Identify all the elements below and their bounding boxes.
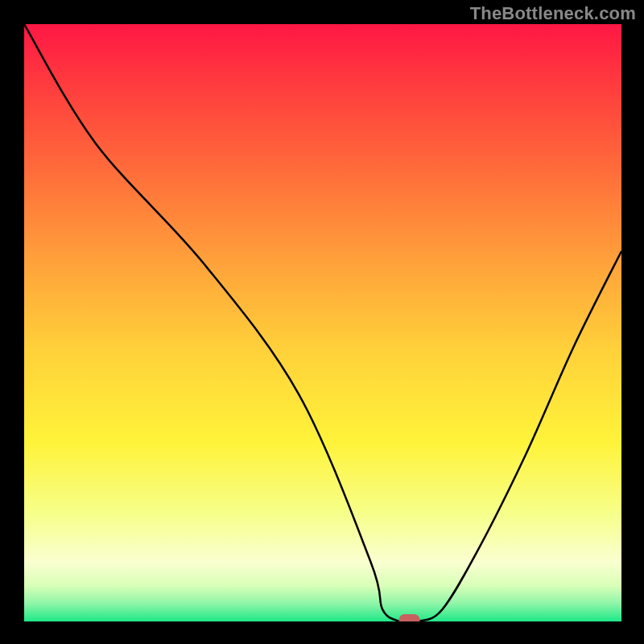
gradient-background xyxy=(24,24,621,621)
chart-frame: TheBottleneck.com xyxy=(0,0,644,644)
optimal-marker xyxy=(399,614,420,621)
watermark-text: TheBottleneck.com xyxy=(470,3,636,24)
bottleneck-chart xyxy=(24,24,621,621)
